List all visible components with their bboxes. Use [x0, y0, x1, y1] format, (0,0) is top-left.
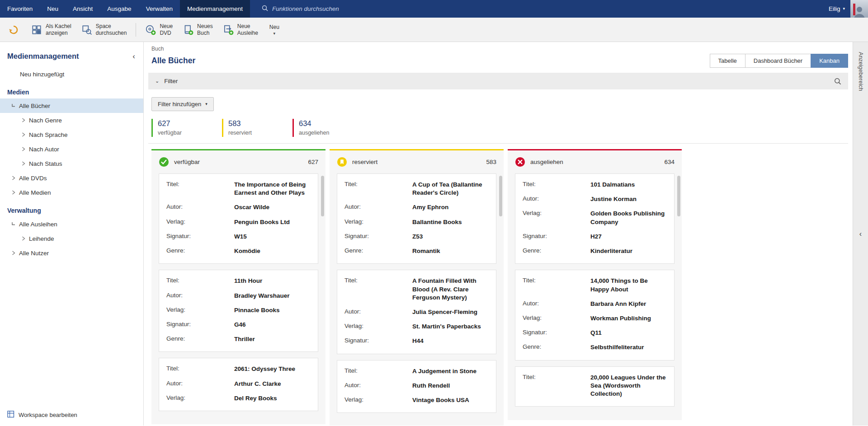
stat-value: 634 — [299, 119, 363, 128]
sidebar-item-alle-ausleihen[interactable]: Alle Ausleihen — [0, 217, 143, 231]
sidebar-item-nach-autor[interactable]: Nach Autor — [0, 142, 143, 156]
sidebar-item-nach-sprache[interactable]: Nach Sprache — [0, 127, 143, 142]
menu-item-verwalten[interactable]: Verwalten — [139, 0, 180, 18]
sidebar-title: Medienmanagement — [7, 52, 79, 61]
book-card[interactable]: Titel:A Fountain Filled With Blood (A Re… — [337, 270, 496, 354]
chevron-right-icon — [21, 132, 26, 137]
add-filter-button[interactable]: Filter hinzufügen ▾ — [151, 97, 214, 111]
new-book-button[interactable]: NeuesBuch — [178, 21, 218, 39]
card-field: Titel:101 Dalmatians — [523, 181, 668, 189]
view-button-dashboard[interactable]: Dashboard Bücher — [745, 54, 811, 68]
new-dropdown-button[interactable]: Neu ▾ — [263, 22, 286, 37]
menu-item-favoriten[interactable]: Favoriten — [0, 0, 40, 18]
tile-view-button[interactable]: Als Kachelanzeigen — [26, 21, 76, 39]
card-field: Verlag:Del Rey Books — [166, 394, 311, 403]
profile-dropdown[interactable]: Eilig ▾ — [829, 5, 845, 12]
sidebar-item-neu-hinzugefuegt[interactable]: Neu hinzugefügt — [0, 67, 143, 81]
field-label: Titel: — [166, 181, 234, 197]
field-label: Verlag: — [344, 218, 412, 226]
sidebar-item-leihende[interactable]: Leihende — [0, 231, 143, 246]
field-label: Autor: — [523, 300, 590, 308]
card-field: Genre:Kinderliteratur — [523, 247, 668, 255]
field-value: Bradley Warshauer — [234, 292, 311, 300]
book-card[interactable]: Titel:11th HourAutor:Bradley WarshauerVe… — [159, 270, 318, 352]
display-area-label: Anzeigebereich — [858, 52, 864, 91]
stat-label: verfügbar — [158, 130, 222, 136]
field-label: Autor: — [166, 380, 234, 388]
card-field: Autor:Julia Spencer-Fleming — [344, 308, 490, 316]
book-card[interactable]: Titel:14,000 Things to Be Happy AboutAut… — [515, 270, 675, 360]
card-field: Autor:Amy Ephron — [344, 203, 490, 211]
column-scrollbar[interactable] — [499, 176, 502, 216]
sidebar-item-label: Leihende — [29, 235, 54, 242]
column-scrollbar[interactable] — [677, 176, 680, 216]
field-label: Genre: — [523, 247, 590, 255]
field-label: Signatur: — [523, 233, 590, 241]
book-card[interactable]: Titel:A Cup of Tea (Ballantine Reader's … — [337, 173, 496, 264]
breadcrumb[interactable]: Buch — [148, 46, 848, 52]
field-value: Q11 — [590, 329, 668, 337]
refresh-button[interactable] — [5, 22, 23, 38]
card-field: Autor:Arthur C. Clarke — [166, 380, 311, 388]
filter-search-icon[interactable] — [834, 78, 841, 85]
search-space-icon — [81, 24, 92, 35]
menu-item-medienmanagement[interactable]: Medienmanagement — [180, 0, 250, 18]
field-value: A Fountain Filled With Blood (A Rev. Cla… — [412, 277, 490, 302]
workspace-edit-button[interactable]: Workspace bearbeiten — [0, 407, 143, 422]
stat-ausgeliehen[interactable]: 634 ausgeliehen — [292, 119, 363, 137]
book-card[interactable]: Titel:A Judgement in StoneAutor:Ruth Ren… — [337, 360, 496, 413]
field-value: A Cup of Tea (Ballantine Reader's Circle… — [412, 181, 490, 197]
column-scrollbar[interactable] — [321, 176, 324, 216]
field-label: Titel: — [523, 277, 590, 293]
sidebar-item-label: Alle DVDs — [19, 175, 47, 182]
field-value: H44 — [412, 337, 490, 345]
sidebar-item-alle-dvds[interactable]: Alle DVDs — [0, 171, 143, 185]
view-button-tabelle[interactable]: Tabelle — [710, 54, 745, 68]
new-loan-button[interactable]: NeueAusleihe — [218, 21, 263, 39]
card-field: Titel:A Judgement in Stone — [344, 367, 490, 375]
kanban-column-body: Titel:101 DalmatiansAutor:Justine Korman… — [508, 172, 682, 420]
kanban-column-count: 583 — [486, 159, 496, 165]
ribbon-toolbar: Als Kachelanzeigen Spacedurchsuchen Neue… — [0, 18, 868, 42]
book-card[interactable]: Titel:The Importance of Being Earnest an… — [159, 173, 318, 264]
sidebar-item-alle-buecher[interactable]: Alle Bücher — [0, 98, 143, 113]
chevron-down-icon: ▾ — [205, 102, 208, 106]
menu-item-ansicht[interactable]: Ansicht — [66, 0, 100, 18]
sidebar-section-medien: Medien — [0, 89, 143, 96]
space-search-button[interactable]: Spacedurchsuchen — [76, 21, 132, 39]
avatar[interactable] — [850, 0, 868, 18]
field-value: Arthur C. Clarke — [234, 380, 311, 388]
stat-reserviert[interactable]: 583 reserviert — [222, 119, 292, 137]
view-switch: Tabelle Dashboard Bücher Kanban — [710, 54, 848, 68]
book-card[interactable]: Titel:2061: Odyssey ThreeAutor:Arthur C.… — [159, 358, 318, 411]
sidebar-item-alle-nutzer[interactable]: Alle Nutzer — [0, 246, 143, 260]
card-field: Verlag:Workman Publishing — [523, 314, 668, 323]
sidebar-collapse-icon[interactable]: ‹ — [132, 52, 135, 60]
sidebar-item-nach-status[interactable]: Nach Status — [0, 156, 143, 171]
book-card[interactable]: Titel:101 DalmatiansAutor:Justine Korman… — [515, 173, 675, 264]
field-label: Titel: — [166, 277, 234, 285]
space-search-label: Spacedurchsuchen — [96, 23, 127, 37]
field-label: Autor: — [166, 292, 234, 300]
sidebar-item-nach-genre[interactable]: Nach Genre — [0, 113, 143, 127]
card-field: Genre:Thriller — [166, 335, 311, 343]
menu-item-ausgabe[interactable]: Ausgabe — [100, 0, 138, 18]
field-value: Oscar Wilde — [234, 203, 311, 211]
filter-section-header[interactable]: ⌄ Filter — [148, 73, 848, 89]
card-field: Genre:Romantik — [344, 247, 490, 255]
field-label: Verlag: — [344, 323, 412, 331]
field-label: Autor: — [344, 308, 412, 316]
sidebar-item-alle-medien[interactable]: Alle Medien — [0, 185, 143, 200]
field-value: Kinderliteratur — [590, 247, 668, 255]
book-card[interactable]: Titel:20,000 Leagues Under the Sea (Word… — [515, 366, 675, 407]
card-field: Verlag:St. Martin's Paperbacks — [344, 323, 490, 331]
sidebar-item-label: Nach Sprache — [29, 131, 68, 138]
view-button-kanban[interactable]: Kanban — [811, 54, 848, 68]
new-dvd-button[interactable]: NeueDVD — [140, 21, 178, 39]
chevron-left-icon[interactable]: ‹ — [859, 230, 862, 238]
menu-item-neu[interactable]: Neu — [40, 0, 66, 18]
kanban-column: ausgeliehen634Titel:101 DalmatiansAutor:… — [508, 149, 682, 420]
card-field: Titel:20,000 Leagues Under the Sea (Word… — [523, 374, 668, 398]
function-search[interactable]: Funktionen durchsuchen — [262, 0, 339, 18]
stat-verfuegbar[interactable]: 627 verfügbar — [151, 119, 222, 137]
